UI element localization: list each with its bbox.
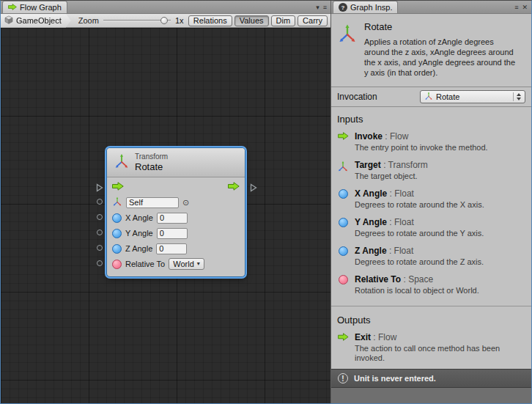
exit-arrow-icon[interactable] [228,182,240,192]
invocation-row: Invocation Rotate [331,87,531,107]
rotate-unit-icon [337,23,358,78]
node-title: Rotate [135,161,168,172]
relative-to-label: Relative To [125,260,165,268]
inspector-footer [331,388,531,403]
warning-icon: ! [338,373,348,383]
invocation-axes-icon [424,92,433,102]
tab-flow-graph-label: Flow Graph [20,3,62,12]
values-button[interactable]: Values [234,15,269,26]
port-item-target: Target : Transform The target object. [331,158,531,186]
relative-to-value: World [173,260,194,268]
relations-button[interactable]: Relations [188,15,232,26]
tab-graph-inspector-label: Graph Insp. [350,3,392,12]
z-angle-dot-icon[interactable] [112,244,122,254]
graph-canvas[interactable]: Transform Rotate ⊙ [1,28,330,403]
y-angle-label: Y Angle [125,229,153,238]
inspector-tab-icons: ≡ ✕ [514,4,531,13]
inspector-tabstrip: ? Graph Insp. ≡ ✕ [331,1,531,14]
z-angle-port[interactable] [97,245,103,251]
target-row: ⊙ [107,195,245,210]
x-angle-row: X Angle [107,210,245,225]
relative-to-dropdown[interactable]: World ▾ [169,258,204,270]
dim-button[interactable]: Dim [271,15,296,26]
outputs-header: Outputs [331,306,531,330]
inspector-header: Rotate Applies a rotation of zAngle degr… [331,14,531,87]
flow-graph-panel: Flow Graph ▾ ≡ GameObject Zoom 1x Relati… [1,1,330,403]
y-angle-field[interactable] [157,228,188,239]
flow-arrow-icon [337,332,349,363]
zoom-label: Zoom [78,16,99,25]
float-port-icon [337,217,349,238]
port-item-x-angle: X Angle : Float Degrees to rotate around… [331,186,531,215]
port-item-exit: Exit : Flow The action to call once meth… [331,330,531,368]
x-angle-field[interactable] [157,213,188,224]
graph-inspector-icon: ? [339,3,347,12]
y-angle-row: Y Angle [107,226,245,240]
close-icon[interactable]: ✕ [522,4,528,11]
flow-graph-icon [8,3,17,12]
z-angle-label: Z Angle [125,244,152,253]
invocation-dropdown[interactable]: Rotate [420,90,525,103]
x-angle-port[interactable] [97,214,103,220]
z-angle-field[interactable] [156,243,187,254]
breadcrumb-label: GameObject [16,16,62,25]
flow-output-port[interactable] [250,182,257,195]
popup-arrows-icon [513,92,521,101]
invocation-label: Invocation [337,92,420,102]
invoke-arrow-icon[interactable] [112,182,124,192]
tab-graph-inspector[interactable]: ? Graph Insp. [333,1,398,13]
toolbar-buttons: Relations Values Dim Carry [186,15,330,26]
flow-graph-tab-icons: ▾ ≡ [316,4,330,13]
unit-description: Applies a rotation of zAngle degrees aro… [364,37,520,78]
dropdown-arrow-icon: ▾ [197,261,200,267]
flow-arrow-icon [337,131,349,153]
z-angle-row: Z Angle [107,241,245,256]
port-item-relative-to: Relative To : Space Rotation is local to… [331,272,531,301]
port-item-y-angle: Y Angle : Float Degrees to rotate around… [331,215,531,243]
rotate-node-wrap: Transform Rotate ⊙ [95,147,260,281]
flow-input-port[interactable] [96,182,103,195]
unit-title: Rotate [364,21,520,32]
gameobject-cube-icon [4,15,13,26]
enum-port-icon [337,274,349,295]
node-category: Transform [135,153,168,161]
rotate-node-body: ⊙ X Angle Y Angle [107,177,245,276]
relative-to-port[interactable] [97,260,103,266]
panel-menu-icon[interactable]: ≡ [514,4,518,11]
invocation-value: Rotate [436,92,459,101]
flow-graph-tabstrip: Flow Graph ▾ ≡ [1,1,330,14]
chevron-down-icon[interactable]: ▾ [316,4,319,11]
x-angle-dot-icon[interactable] [112,213,122,223]
relative-to-dot-icon[interactable] [112,260,122,269]
carry-button[interactable]: Carry [298,15,328,26]
warning-text: Unit is never entered. [354,374,436,383]
warning-bar: ! Unit is never entered. [331,369,531,388]
y-angle-port[interactable] [97,229,103,235]
port-item-z-angle: Z Angle : Float Degrees to rotate around… [331,243,531,272]
transform-axes-icon [337,160,349,181]
float-port-icon [337,246,349,267]
rotate-node-header[interactable]: Transform Rotate [107,148,245,177]
port-item-invoke: Invoke : Flow The entry point to invoke … [331,129,531,158]
tab-flow-graph[interactable]: Flow Graph [2,1,67,13]
graph-toolbar: GameObject Zoom 1x Relations Values Dim … [1,14,330,28]
inputs-header: Inputs [331,107,531,129]
transform-axes-icon [114,153,130,172]
float-port-icon [337,188,349,210]
target-port[interactable] [97,199,103,205]
panel-menu-icon[interactable]: ≡ [323,4,327,11]
breadcrumb[interactable]: GameObject [1,14,71,28]
target-transform-icon [112,197,122,208]
zoom-slider-knob[interactable] [160,17,168,24]
rotate-node[interactable]: Transform Rotate ⊙ [106,147,245,277]
flow-row [107,180,245,194]
y-angle-dot-icon[interactable] [112,229,122,238]
bolt-editor-window: Flow Graph ▾ ≡ GameObject Zoom 1x Relati… [0,0,532,404]
target-field[interactable] [126,197,179,208]
zoom-value: 1x [175,16,184,25]
relative-to-row: Relative To World ▾ [107,257,245,271]
x-angle-label: X Angle [125,213,153,222]
object-picker-icon[interactable]: ⊙ [182,199,189,207]
zoom-slider[interactable] [103,15,171,26]
graph-inspector-panel: ? Graph Insp. ≡ ✕ Rotate Applies a rotat… [330,1,531,403]
